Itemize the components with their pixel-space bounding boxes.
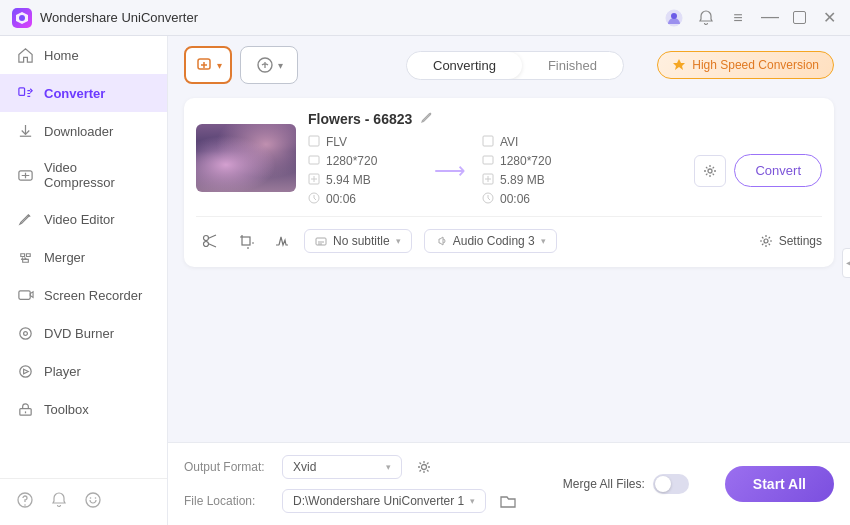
browse-folder-icon[interactable] — [494, 487, 522, 515]
user-avatar-icon[interactable] — [665, 9, 683, 27]
sidebar-dvd-label: DVD Burner — [44, 326, 114, 341]
notification-icon[interactable] — [50, 491, 68, 513]
target-duration: 00:06 — [482, 192, 592, 206]
sidebar-home-label: Home — [44, 48, 79, 63]
edit-pencil-icon[interactable] — [420, 110, 434, 127]
subtitle-select[interactable]: No subtitle ▾ — [304, 229, 412, 253]
format-dropdown-arrow: ▾ — [386, 462, 391, 472]
merge-all-label: Merge All Files: — [563, 477, 645, 491]
subtitle-label: No subtitle — [333, 234, 390, 248]
source-filesize: 5.94 MB — [308, 173, 418, 187]
source-resolution: 1280*720 — [308, 154, 418, 168]
help-icon[interactable] — [16, 491, 34, 513]
audio-dropdown-arrow: ▾ — [541, 236, 546, 246]
file-location-select[interactable]: D:\Wondershare UniConverter 1 ▾ — [282, 489, 486, 513]
merge-all-toggle[interactable] — [653, 474, 689, 494]
file-card-top: Flowers - 66823 — [196, 110, 822, 206]
file-card: Flowers - 66823 — [184, 98, 834, 267]
app-logo — [12, 8, 32, 28]
svg-rect-20 — [309, 156, 319, 164]
sidebar-item-home[interactable]: Home — [0, 36, 167, 74]
source-duration: 00:06 — [308, 192, 418, 206]
content-area: ▾ ▾ Converting Finished High Speed Conve… — [168, 36, 850, 525]
target-duration-icon — [482, 192, 494, 206]
sidebar-item-dvd-burner[interactable]: DVD Burner — [0, 314, 167, 352]
close-icon[interactable]: ✕ — [820, 9, 838, 27]
sidebar-item-screen-recorder[interactable]: Screen Recorder — [0, 276, 167, 314]
title-bar-left: Wondershare UniConverter — [12, 8, 198, 28]
file-source: FLV 1280*720 — [308, 135, 418, 206]
settings-text-label: Settings — [779, 234, 822, 248]
sidebar-merger-label: Merger — [44, 250, 85, 265]
location-dropdown-arrow: ▾ — [470, 496, 475, 506]
svg-point-8 — [23, 331, 27, 335]
effects-icon[interactable] — [268, 227, 296, 255]
audio-label: Audio Coding 3 — [453, 234, 535, 248]
target-resolution-icon — [482, 154, 494, 168]
sidebar-item-toolbox[interactable]: Toolbox — [0, 390, 167, 428]
svg-point-13 — [24, 504, 26, 506]
record-icon — [16, 286, 34, 304]
start-all-button[interactable]: Start All — [725, 466, 834, 502]
bell-icon[interactable] — [697, 9, 715, 27]
feedback-icon[interactable] — [84, 491, 102, 513]
crop-icon[interactable] — [232, 227, 260, 255]
tab-finished[interactable]: Finished — [522, 52, 623, 79]
file-settings-icon-button[interactable] — [694, 155, 726, 187]
sidebar-toolbox-label: Toolbox — [44, 402, 89, 417]
target-filesize-icon — [482, 173, 494, 187]
file-info-section: Flowers - 66823 — [308, 110, 822, 206]
target-resolution: 1280*720 — [482, 154, 592, 168]
svg-rect-24 — [483, 156, 493, 164]
file-thumbnail — [196, 124, 296, 192]
title-bar: Wondershare UniConverter ≡ — ✕ — [0, 0, 850, 36]
audio-select[interactable]: Audio Coding 3 ▾ — [424, 229, 557, 253]
sidebar-item-video-compressor[interactable]: Video Compressor — [0, 150, 167, 200]
output-format-select[interactable]: Xvid ▾ — [282, 455, 402, 479]
content-spacer — [168, 271, 850, 442]
sidebar-converter-label: Converter — [44, 86, 105, 101]
svg-point-7 — [19, 327, 30, 338]
app-title: Wondershare UniConverter — [40, 10, 198, 25]
add-url-button[interactable]: ▾ — [240, 46, 298, 84]
convert-button[interactable]: Convert — [734, 154, 822, 187]
high-speed-label: High Speed Conversion — [692, 58, 819, 72]
duration-icon — [308, 192, 320, 206]
svg-point-33 — [422, 465, 427, 470]
title-bar-controls: ≡ — ✕ — [665, 8, 838, 28]
sidebar-item-downloader[interactable]: Downloader — [0, 112, 167, 150]
sidebar-downloader-label: Downloader — [44, 124, 113, 139]
toggle-knob — [655, 476, 671, 492]
high-speed-conversion-button[interactable]: High Speed Conversion — [657, 51, 834, 79]
edit-icon — [16, 210, 34, 228]
sidebar-player-label: Player — [44, 364, 81, 379]
sidebar-item-converter[interactable]: Converter — [0, 74, 167, 112]
svg-point-32 — [764, 239, 768, 243]
source-format: FLV — [308, 135, 418, 149]
target-format-icon — [482, 135, 494, 149]
sidebar-bottom — [0, 478, 167, 525]
card-settings-button[interactable]: Settings — [759, 234, 822, 248]
menu-icon[interactable]: ≡ — [729, 9, 747, 27]
scissors-icon[interactable] — [196, 227, 224, 255]
minimize-icon[interactable]: — — [761, 8, 779, 26]
svg-rect-19 — [309, 136, 319, 146]
sidebar-item-video-editor[interactable]: Video Editor — [0, 200, 167, 238]
output-format-settings-icon[interactable] — [410, 453, 438, 481]
maximize-icon[interactable] — [793, 11, 806, 24]
tab-group: Converting Finished — [406, 51, 624, 80]
svg-rect-4 — [18, 87, 24, 95]
add-file-button[interactable]: ▾ — [184, 46, 232, 84]
tab-converting[interactable]: Converting — [407, 52, 522, 79]
file-meta-row: FLV 1280*720 — [308, 135, 822, 206]
sidebar-item-player[interactable]: Player — [0, 352, 167, 390]
file-format-icon — [308, 135, 320, 149]
svg-point-27 — [708, 169, 712, 173]
toolbox-icon — [16, 400, 34, 418]
file-title-row: Flowers - 66823 — [308, 110, 822, 127]
output-format-value: Xvid — [293, 460, 316, 474]
sidebar-recorder-label: Screen Recorder — [44, 288, 142, 303]
top-toolbar: ▾ ▾ Converting Finished High Speed Conve… — [168, 36, 850, 94]
sidebar-item-merger[interactable]: Merger — [0, 238, 167, 276]
sidebar-collapse-btn[interactable]: ◀ — [842, 248, 850, 278]
